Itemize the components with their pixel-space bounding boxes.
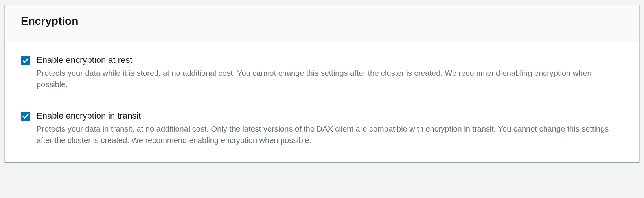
option-encryption-at-rest: Enable encryption at rest Protects your …	[21, 55, 623, 90]
checkbox-box	[21, 56, 30, 65]
description-encryption-in-transit: Protects your data in transit, at no add…	[37, 123, 623, 146]
panel-title: Encryption	[21, 15, 623, 28]
option-text-block: Enable encryption at rest Protects your …	[37, 55, 623, 90]
encryption-panel: Encryption Enable encryption at rest Pro…	[5, 5, 639, 162]
panel-header: Encryption	[5, 5, 639, 42]
option-encryption-in-transit: Enable encryption in transit Protects yo…	[21, 111, 623, 146]
description-encryption-at-rest: Protects your data while it is stored, a…	[37, 68, 623, 90]
checkmark-icon	[22, 57, 29, 64]
checkbox-encryption-at-rest[interactable]	[21, 56, 30, 65]
panel-body: Enable encryption at rest Protects your …	[5, 42, 639, 162]
checkbox-box	[21, 112, 30, 121]
option-text-block: Enable encryption in transit Protects yo…	[37, 111, 623, 146]
label-encryption-at-rest[interactable]: Enable encryption at rest	[37, 55, 132, 65]
checkbox-encryption-in-transit[interactable]	[21, 112, 30, 121]
checkmark-icon	[22, 113, 29, 120]
label-encryption-in-transit[interactable]: Enable encryption in transit	[37, 111, 141, 121]
